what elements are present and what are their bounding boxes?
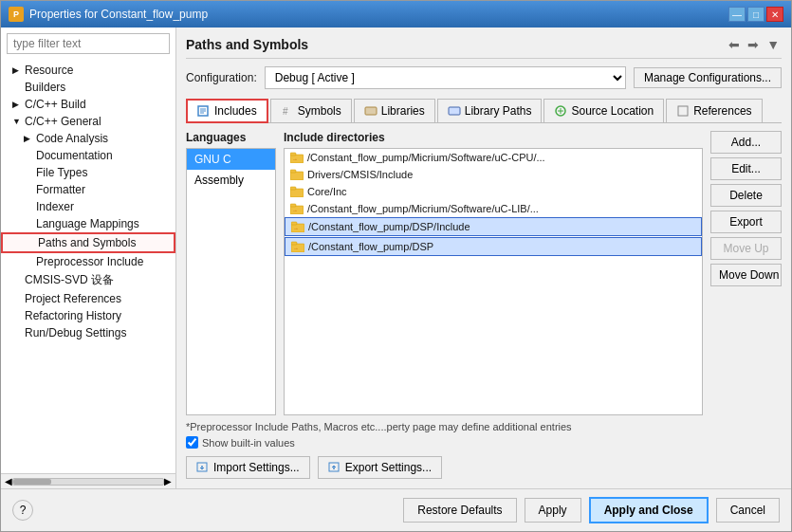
main-dialog: P Properties for Constant_flow_pump — □ …: [0, 0, 792, 532]
svg-rect-19: [290, 204, 296, 207]
svg-rect-22: [291, 222, 297, 225]
tab-library-paths-label: Library Paths: [465, 104, 532, 118]
left-panel: ▶ Resource Builders ▶ C/C++ Build ▼ C/C+…: [1, 28, 176, 488]
right-panel: Paths and Symbols ⬅ ➡ ▼ Configuration: D…: [176, 28, 791, 488]
tab-library-paths[interactable]: Library Paths: [437, 99, 543, 122]
tree-label: Language Mappings: [36, 217, 139, 230]
help-button[interactable]: ?: [12, 500, 33, 521]
tree-label: C/C++ General: [25, 115, 101, 128]
tree-item-run-debug[interactable]: Run/Debug Settings: [1, 324, 175, 341]
nav-forward-button[interactable]: ➡: [746, 37, 761, 52]
tree-label: Indexer: [36, 200, 74, 213]
edit-button[interactable]: Edit...: [710, 157, 782, 180]
delete-button[interactable]: Delete: [710, 184, 782, 207]
tree-label: Resource: [25, 64, 73, 77]
svg-text:→: →: [292, 208, 298, 213]
dir-item-3[interactable]: Core/Inc: [285, 183, 702, 200]
tree-label: Code Analysis: [36, 132, 108, 145]
directories-panel: Include directories → /Constant_flow_pum…: [284, 131, 703, 415]
tree-arrow: ▶: [24, 134, 33, 143]
show-built-in-row: Show built-in values: [186, 436, 782, 449]
svg-text:→: →: [293, 246, 299, 251]
tab-includes-label: Includes: [214, 104, 257, 118]
tab-source-location[interactable]: Source Location: [543, 99, 664, 122]
includes-tab-icon: [197, 104, 211, 118]
tree-item-preprocessor-include[interactable]: Preprocessor Include: [1, 253, 175, 270]
svg-rect-16: [290, 189, 304, 197]
move-down-button[interactable]: Move Down: [710, 264, 782, 286]
dir-item-1[interactable]: → /Constant_flow_pump/Micrium/Software/u…: [285, 149, 702, 166]
title-bar: P Properties for Constant_flow_pump — □ …: [1, 1, 791, 28]
scroll-track: [12, 478, 164, 486]
close-button[interactable]: ✕: [766, 7, 783, 22]
show-built-in-checkbox[interactable]: [186, 436, 198, 449]
tree-item-documentation[interactable]: Documentation: [1, 147, 175, 164]
import-icon: [196, 461, 210, 474]
svg-rect-17: [290, 187, 296, 190]
info-text: *Preprocessor Include Paths, Macros etc.…: [186, 421, 782, 432]
tab-references-label: References: [693, 104, 751, 118]
apply-button[interactable]: Apply: [525, 498, 581, 523]
restore-defaults-button[interactable]: Restore Defaults: [403, 498, 516, 523]
import-settings-button[interactable]: Import Settings...: [186, 456, 310, 479]
tab-references[interactable]: References: [666, 99, 762, 122]
export-button[interactable]: Export: [710, 211, 782, 233]
scroll-thumb: [13, 479, 51, 485]
tree-item-language-mappings[interactable]: Language Mappings: [1, 215, 175, 232]
tree-label: Refactoring History: [25, 309, 121, 322]
tree-label: Project References: [25, 292, 121, 305]
move-up-button[interactable]: Move Up: [710, 237, 782, 260]
source-location-tab-icon: [554, 104, 567, 118]
tree-item-indexer[interactable]: Indexer: [1, 198, 175, 215]
tree-item-resource[interactable]: ▶ Resource: [1, 62, 175, 79]
svg-text:#: #: [283, 106, 288, 117]
horizontal-scrollbar[interactable]: ◀ ▶: [1, 473, 175, 488]
tree-arrow: ▶: [12, 65, 22, 75]
tree-item-builders[interactable]: Builders: [1, 79, 175, 96]
tree-item-refactoring[interactable]: Refactoring History: [1, 307, 175, 324]
config-select[interactable]: Debug [ Active ]: [265, 66, 626, 89]
maximize-button[interactable]: □: [747, 7, 764, 22]
tab-libraries[interactable]: Libraries: [354, 99, 435, 122]
export-icon: [328, 461, 341, 474]
svg-rect-14: [290, 172, 304, 180]
tree-item-file-types[interactable]: File Types: [1, 164, 175, 181]
minimize-button[interactable]: —: [728, 7, 746, 22]
cancel-button[interactable]: Cancel: [716, 498, 780, 523]
tab-libraries-label: Libraries: [381, 104, 425, 118]
tab-symbols[interactable]: # Symbols: [270, 99, 352, 122]
tree-label: Preprocessor Include: [36, 255, 143, 268]
dir-item-2[interactable]: Drivers/CMSIS/Include: [285, 166, 702, 183]
show-built-in-label: Show built-in values: [202, 437, 295, 449]
tree-item-project-references[interactable]: Project References: [1, 290, 175, 307]
add-button[interactable]: Add...: [710, 131, 782, 154]
config-row: Configuration: Debug [ Active ] Manage C…: [186, 66, 782, 89]
tab-includes[interactable]: Includes: [186, 99, 268, 123]
tree-item-formatter[interactable]: Formatter: [1, 181, 175, 198]
tree-item-cpp-general[interactable]: ▼ C/C++ General: [1, 113, 175, 130]
dir-item-6[interactable]: → /Constant_flow_pump/DSP: [285, 237, 702, 256]
filter-input[interactable]: [7, 33, 170, 54]
lang-item-gnuc[interactable]: GNU C: [187, 149, 275, 170]
svg-rect-6: [449, 107, 460, 115]
tree-item-cpp-build[interactable]: ▶ C/C++ Build: [1, 96, 175, 113]
tree-arrow: ▶: [12, 100, 22, 109]
nav-menu-button[interactable]: ▼: [764, 37, 782, 52]
export-settings-button[interactable]: Export Settings...: [318, 456, 442, 479]
dialog-title: Properties for Constant_flow_pump: [29, 8, 728, 21]
tree-item-code-analysis[interactable]: ▶ Code Analysis: [1, 130, 175, 147]
tree-item-cmsis-svd[interactable]: CMSIS-SVD 设备: [1, 270, 175, 290]
tree-item-paths-symbols[interactable]: Paths and Symbols: [1, 232, 175, 253]
lang-item-assembly[interactable]: Assembly: [187, 170, 275, 191]
svg-rect-15: [290, 170, 296, 173]
dialog-footer: ? Restore Defaults Apply Apply and Close…: [1, 488, 791, 531]
nav-back-button[interactable]: ⬅: [727, 37, 742, 52]
panel-title-row: Paths and Symbols ⬅ ➡ ▼: [186, 37, 782, 59]
tab-source-location-label: Source Location: [571, 104, 654, 118]
manage-configurations-button[interactable]: Manage Configurations...: [634, 67, 782, 88]
libraries-tab-icon: [364, 104, 378, 118]
svg-rect-5: [365, 107, 377, 115]
dir-item-5[interactable]: → /Constant_flow_pump/DSP/Include: [285, 217, 702, 236]
apply-and-close-button[interactable]: Apply and Close: [589, 497, 709, 523]
dir-item-4[interactable]: → /Constant_flow_pump/Micrium/Software/u…: [285, 200, 702, 217]
